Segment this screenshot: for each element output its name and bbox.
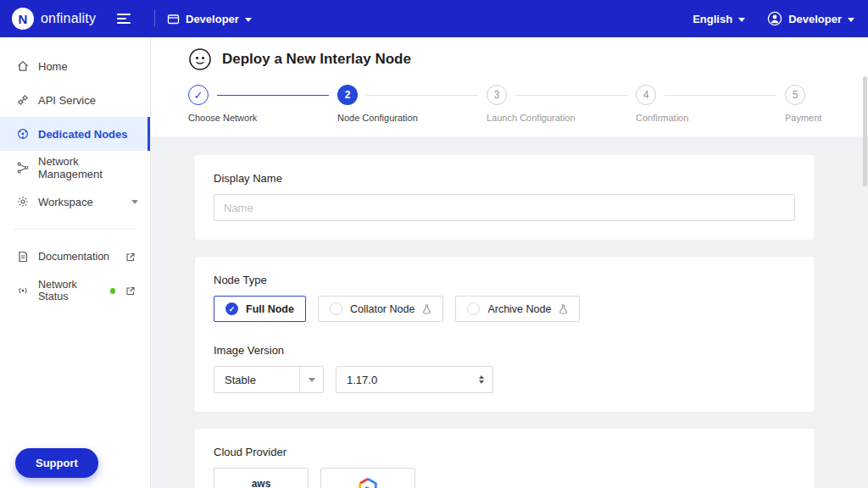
- node-type-label: Node Type: [214, 274, 795, 286]
- brand[interactable]: N onfinality: [12, 8, 112, 30]
- step-connector: [217, 95, 329, 96]
- step-number: 4: [636, 85, 656, 105]
- display-name-card: Display Name: [195, 155, 814, 240]
- sidebar-link-label: Documentation: [38, 251, 109, 263]
- step-label: Payment: [785, 113, 834, 123]
- onfinality-logo-icon: N: [12, 8, 34, 30]
- sidebar-link-documentation[interactable]: Documentation: [0, 240, 150, 274]
- gear-icon: [17, 196, 29, 208]
- chevron-down-icon: [848, 18, 854, 22]
- main-content: Deploy a New Interlay Node ✓ Choose Netw…: [151, 37, 868, 488]
- step-number: 3: [487, 85, 507, 105]
- sidebar-item-dedicated-nodes[interactable]: Dedicated Nodes: [0, 117, 150, 151]
- stepper: ✓ Choose Network 2 Node Configuration: [188, 85, 834, 123]
- node-type-option-label: Archive Node: [487, 303, 551, 315]
- step-confirmation: 4 Confirmation: [636, 85, 785, 123]
- image-version-value: 1.17.0: [337, 374, 479, 386]
- image-version-select[interactable]: 1.17.0: [336, 366, 493, 393]
- sidebar-item-network-management[interactable]: Network Management: [0, 151, 150, 185]
- chevron-down-icon: [309, 378, 315, 382]
- experiment-icon: [559, 304, 568, 314]
- menu-icon: [117, 14, 131, 15]
- user-avatar-icon: [767, 11, 782, 26]
- app-window: N onfinality Developer English: [0, 0, 868, 488]
- chevron-down-icon: [245, 18, 252, 22]
- brand-name: onfinality: [41, 11, 96, 26]
- language-menu[interactable]: English: [693, 13, 745, 25]
- step-choose-network: ✓ Choose Network: [188, 85, 337, 123]
- release-channel-value: Stable: [214, 374, 299, 386]
- node-type-archive-node[interactable]: Archive Node: [455, 296, 580, 322]
- api-icon: [17, 94, 29, 106]
- status-online-dot: [110, 288, 115, 294]
- sidebar-link-label: Network Status: [38, 279, 99, 302]
- home-icon: [17, 60, 29, 72]
- external-link-icon: [125, 252, 136, 262]
- sidebar-item-workspace[interactable]: Workspace: [0, 185, 150, 219]
- release-channel-select[interactable]: Stable: [214, 366, 324, 393]
- sidebar-link-network-status[interactable]: Network Status: [0, 274, 150, 308]
- sidebar-item-label: Dedicated Nodes: [38, 128, 127, 141]
- chevron-down-icon: [131, 200, 138, 204]
- step-payment: 5 Payment: [785, 85, 834, 123]
- cloud-provider-card: Cloud Provider aws Amazon Web Services: [195, 429, 814, 488]
- step-label: Node Configuration: [337, 113, 487, 123]
- display-name-label: Display Name: [214, 172, 795, 185]
- scrollbar-thumb[interactable]: [863, 76, 867, 186]
- page-header: Deploy a New Interlay Node ✓ Choose Netw…: [151, 37, 868, 136]
- sidebar-item-home[interactable]: Home: [0, 49, 150, 83]
- workspace-switcher[interactable]: Developer: [167, 13, 252, 25]
- form-area: Display Name Node Type ✓ Full Node Colla…: [151, 136, 868, 488]
- provider-aws[interactable]: aws Amazon Web Services: [214, 468, 309, 488]
- scrollbar[interactable]: [863, 76, 867, 486]
- step-number: 5: [785, 85, 805, 105]
- user-menu[interactable]: Developer: [767, 11, 854, 26]
- step-connector: [665, 95, 776, 96]
- experiment-icon: [422, 304, 431, 314]
- step-node-configuration: 2 Node Configuration: [337, 85, 487, 123]
- radio-unchecked-icon: [467, 302, 480, 315]
- node-type-option-label: Full Node: [246, 303, 294, 315]
- sidebar-item-label: Network Management: [38, 155, 138, 180]
- provider-google-cloud[interactable]: Google Cloud Platform: [320, 468, 415, 488]
- topbar: N onfinality Developer English: [0, 0, 868, 37]
- workspace-switcher-label: Developer: [186, 13, 239, 25]
- sidebar-collapse-button[interactable]: [117, 6, 142, 31]
- display-name-input[interactable]: [214, 194, 795, 221]
- node-type-full-node[interactable]: ✓ Full Node: [214, 296, 306, 322]
- google-cloud-logo-icon: [356, 478, 380, 488]
- sidebar: Home API Service Dedicated Nodes: [0, 37, 151, 488]
- external-link-icon: [125, 286, 136, 296]
- broadcast-icon: [17, 285, 29, 297]
- nodes-icon: [17, 128, 29, 140]
- cloud-provider-label: Cloud Provider: [214, 446, 795, 458]
- image-version-label: Image Version: [214, 344, 795, 357]
- step-connector: [515, 95, 627, 96]
- radio-checked-icon: ✓: [225, 302, 238, 315]
- support-button[interactable]: Support: [15, 448, 98, 478]
- interlay-logo-icon: [188, 47, 212, 71]
- radio-unchecked-icon: [330, 302, 342, 315]
- step-label: Choose Network: [188, 113, 337, 123]
- sidebar-divider: [14, 229, 136, 230]
- step-connector: [366, 95, 478, 96]
- workspace-switcher-icon: [167, 13, 180, 25]
- step-number: 2: [337, 85, 358, 105]
- select-caret: [299, 367, 323, 392]
- user-menu-label: Developer: [788, 13, 842, 25]
- step-label: Confirmation: [636, 113, 785, 123]
- page-title: Deploy a New Interlay Node: [222, 51, 411, 68]
- network-management-icon: [17, 162, 29, 174]
- sidebar-item-api-service[interactable]: API Service: [0, 83, 150, 117]
- step-check-icon: ✓: [188, 85, 209, 105]
- node-configuration-card: Node Type ✓ Full Node Collator Node: [195, 257, 814, 412]
- step-launch-configuration: 3 Launch Configuration: [487, 85, 636, 123]
- topbar-divider: [154, 10, 155, 27]
- node-type-option-label: Collator Node: [350, 303, 415, 315]
- aws-logo-icon: aws: [247, 480, 275, 488]
- document-icon: [17, 251, 29, 263]
- step-label: Launch Configuration: [487, 113, 636, 123]
- chevron-down-icon: [738, 18, 745, 22]
- node-type-collator-node[interactable]: Collator Node: [318, 296, 443, 322]
- select-arrows-icon: [479, 375, 484, 384]
